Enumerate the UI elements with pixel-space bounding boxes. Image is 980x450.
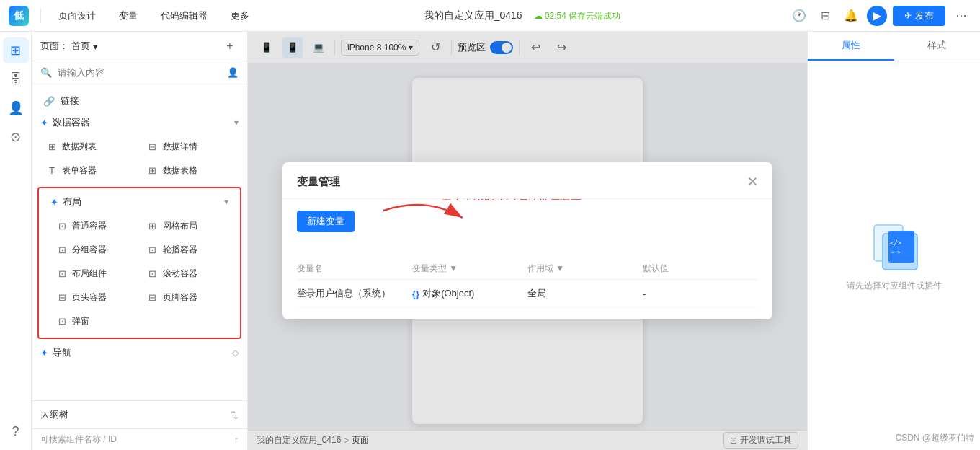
scroll-container-icon: ⊡ [147,268,159,280]
svg-rect-3 [888,231,914,262]
left-panel: 页面： 首页 ▾ + 🔍 👤 🔗 链接 ✦ 数据容器 [32,32,248,450]
right-panel-content: </> < > 请先选择对应组件或插件 [808,61,980,450]
nav-variable[interactable]: 变量 [113,6,143,25]
header-container-item[interactable]: ⊟ 页头容器 [50,287,138,308]
sidebar-icon-user[interactable]: 👤 [3,95,29,121]
modal-overlay: 变量管理 ✕ 新建变量 基本常用的布局组件都在这里 [248,32,807,450]
main-layout: ⊞ 🗄 👤 ⊙ ? 页面： 首页 ▾ + 🔍 👤 🔗 链接 [0,32,980,450]
layout-section-header[interactable]: ✦ 布局 ▾ [42,191,237,213]
data-table-item[interactable]: ⊞ 数据表格 [141,160,239,181]
table-row: 登录用户信息（系统） {} 对象(Object) 全局 [297,280,758,308]
layout-component-icon: ⊡ [56,268,68,280]
expand-icon[interactable]: ↑ [234,434,239,445]
normal-container-item[interactable]: ⊡ 普通容器 [50,216,138,237]
col-default: 默认值 [643,262,758,275]
layout-icon-dot: ✦ [50,197,58,208]
app-logo: 低 [9,6,29,26]
table-header: 变量名 变量类型 ▼ 作用域 ▼ 默认值 [297,258,758,280]
scroll-container-item[interactable]: ⊡ 滚动容器 [141,263,229,284]
var-name-cell: 登录用户信息（系统） [297,287,412,300]
more-options-icon[interactable]: ··· [951,6,971,26]
clock-icon[interactable]: 🕐 [789,6,809,26]
form-container-item[interactable]: T 表单容器 [40,160,138,181]
collapse-icon: ▾ [234,118,239,128]
more-icon-dot: ✦ [40,348,48,358]
search-area: 🔍 👤 [32,61,247,84]
sidebar-icon-components[interactable]: ⊞ [3,38,29,63]
svg-text:</>: </> [890,239,902,247]
footer-container-item[interactable]: ⊟ 页脚容器 [141,287,229,308]
grid-layout-icon: ⊞ [147,221,159,232]
nav-divider [40,9,41,23]
col-scope[interactable]: 作用域 ▼ [527,262,643,275]
normal-container-icon: ⊡ [56,221,68,232]
layout-icon[interactable]: ⊟ [815,6,835,26]
sidebar-icon-data[interactable]: 🗄 [3,66,29,92]
sidebar-icon-help[interactable]: ? [3,418,29,444]
app-title: 我的自定义应用_0416 ☁ 02:54 保存云端成功 [267,9,778,22]
user-icon: 👤 [227,67,239,78]
canvas-area: 📱 📱 💻 iPhone 8 100% ▾ ↺ 预览区 ↩ ↪ [248,32,807,450]
col-name: 变量名 [297,262,412,275]
data-container-icon: ✦ [40,118,48,128]
var-default-cell: - [643,288,758,299]
placeholder-icon-svg: </> < > [868,219,920,271]
outline-section: 大纲树 ⇅ [32,400,247,428]
nav-page-design[interactable]: 页面设计 [53,6,102,25]
var-type-cell: {} 对象(Object) [412,287,527,300]
top-navigation: 低 页面设计 变量 代码编辑器 更多 我的自定义应用_0416 ☁ 02:54 … [0,0,980,32]
link-icon: 🔗 [43,96,55,107]
layout-collapse-icon: ▾ [224,197,228,207]
header-container-icon: ⊟ [56,292,68,304]
group-container-item[interactable]: ⊡ 分组容器 [50,239,138,260]
new-variable-button[interactable]: 新建变量 [297,211,355,232]
carousel-container-item[interactable]: ⊡ 轮播容器 [141,239,229,260]
data-detail-item[interactable]: ⊟ 数据详情 [141,136,239,157]
nav-code-editor[interactable]: 代码编辑器 [155,6,213,25]
var-scope-cell: 全局 [527,287,643,300]
add-page-button[interactable]: + [221,38,239,55]
svg-text:< >: < > [891,250,901,255]
right-panel-tabs: 属性 样式 [808,32,980,61]
annotation-arrow-svg [383,203,470,239]
data-list-item[interactable]: ⊞ 数据列表 [40,136,138,157]
nav-more[interactable]: 更多 [225,6,255,25]
grid-layout-item[interactable]: ⊞ 网格布局 [141,216,229,237]
data-table-icon: ⊞ [147,165,159,177]
data-list-icon: ⊞ [46,141,58,153]
col-type[interactable]: 变量类型 ▼ [412,262,527,275]
variable-table: 变量名 变量类型 ▼ 作用域 ▼ 默认值 [297,258,758,308]
search-input[interactable] [58,67,221,78]
modal-close-button[interactable]: ✕ [747,174,758,190]
play-icon[interactable]: ▶ [867,6,887,26]
data-container-grid: ⊞ 数据列表 ⊟ 数据详情 T 表单容器 ⊞ 数据表格 [32,133,247,184]
right-panel-placeholder: 请先选择对应组件或插件 [847,280,942,292]
sidebar-icon-rail: ⊞ 🗄 👤 ⊙ ? [0,32,32,450]
publish-button[interactable]: ✈发布 [893,6,945,26]
right-actions: 🕐 ⊟ 🔔 ▶ ✈发布 ··· [789,6,971,26]
variable-management-modal: 变量管理 ✕ 新建变量 基本常用的布局组件都在这里 [282,162,772,319]
save-status: ☁ 02:54 保存云端成功 [534,11,621,21]
dialog-item[interactable]: ⊡ 弹窗 [50,311,138,332]
bell-icon[interactable]: 🔔 [841,6,861,26]
tab-properties[interactable]: 属性 [808,32,894,61]
footer-container-icon: ⊟ [147,292,159,304]
object-type-icon: {} [412,288,419,299]
layout-component-item[interactable]: ⊡ 布局组件 [50,263,138,284]
csdn-watermark: CSDN @超级罗伯特 [895,432,974,444]
tab-styles[interactable]: 样式 [894,32,981,61]
link-component[interactable]: 🔗 链接 [32,90,247,112]
sidebar-icon-settings[interactable]: ⊙ [3,124,29,150]
page-title[interactable]: 页面： 首页 ▾ [40,40,98,53]
data-container-section-header[interactable]: ✦ 数据容器 ▾ [32,112,247,133]
more-collapse-icon: ◇ [232,348,239,358]
sort-icon[interactable]: ⇅ [231,410,239,420]
annotation-container: 基本常用的布局组件都在这里 [297,232,758,247]
dialog-icon: ⊡ [56,316,68,327]
search-bar-bottom: 可搜索组件名称 / ID ↑ [32,428,247,450]
more-section-header[interactable]: ✦ 导航 ◇ [32,342,247,363]
carousel-icon: ⊡ [147,244,159,256]
page-header: 页面： 首页 ▾ + [32,32,247,61]
component-list: 🔗 链接 ✦ 数据容器 ▾ ⊞ 数据列表 ⊟ 数据详情 [32,84,247,400]
right-panel: 属性 样式 </> < > 请先选择对应组件或插件 CSDN @超级罗伯特 [807,32,980,450]
